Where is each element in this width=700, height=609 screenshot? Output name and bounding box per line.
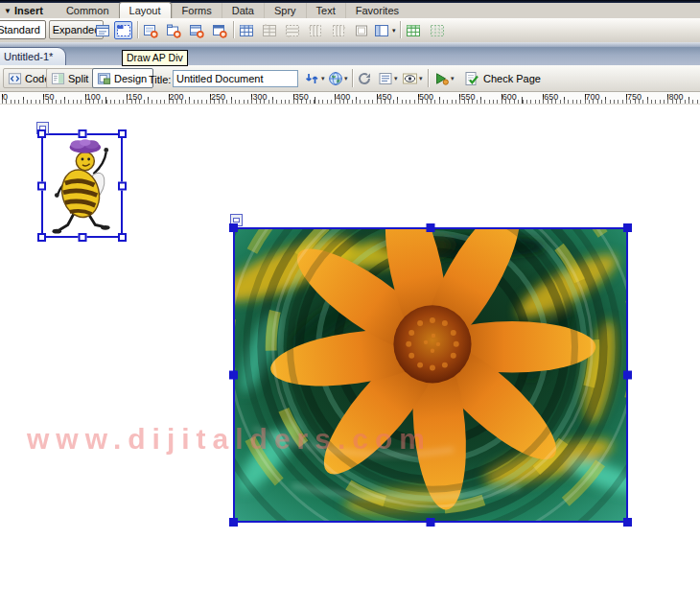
tab-text[interactable]: Text: [306, 3, 345, 18]
split-button-label: Split: [68, 73, 88, 84]
ruler-label: 800: [668, 92, 683, 102]
frames-dropdown-arrow-icon[interactable]: ▾: [392, 27, 396, 35]
ruler-label: 550: [460, 92, 475, 102]
insert-row-above-icon[interactable]: [260, 21, 278, 39]
ruler-label: 250: [211, 92, 225, 102]
visual-aids-dropdown-icon[interactable]: ▾: [419, 75, 423, 82]
flower-ap-div[interactable]: [233, 227, 628, 523]
tab-favorites[interactable]: Favorites: [345, 3, 408, 18]
tab-forms[interactable]: Forms: [172, 3, 222, 18]
resize-handle-middle-left[interactable]: [37, 181, 46, 190]
bee-image[interactable]: [43, 135, 121, 236]
file-management-dropdown-icon[interactable]: ▾: [321, 75, 325, 82]
resize-handle-top-right[interactable]: [118, 129, 127, 138]
insert-row-below-icon[interactable]: [283, 21, 301, 39]
document-title-input[interactable]: [173, 70, 298, 87]
standard-mode-button[interactable]: Standard: [0, 20, 46, 39]
expanded-table-icon[interactable]: [428, 21, 446, 39]
table-icon[interactable]: [237, 21, 255, 39]
resize-handle-middle-right[interactable]: [623, 371, 632, 380]
split-view-button[interactable]: Split: [46, 68, 95, 88]
ap-div-anchor-glyph-icon: [233, 218, 240, 223]
resize-handle-bottom-left[interactable]: [229, 518, 238, 527]
ruler: 0501001502002503003504004505005506006507…: [0, 92, 700, 105]
insert-column-right-icon[interactable]: [329, 21, 347, 39]
tab-layout[interactable]: Layout: [119, 2, 172, 19]
insert-panel-header: ▼ Insert Common Layout Forms Data Spry T…: [0, 3, 700, 18]
iframe-icon[interactable]: [352, 21, 370, 39]
ruler-label: 500: [419, 92, 433, 102]
validate-dropdown-icon[interactable]: ▾: [451, 75, 455, 82]
draw-ap-div-tooltip: Draw AP Div: [122, 50, 188, 66]
document-tab-bar: Untitled-1*: [0, 47, 700, 65]
ruler-label: 700: [586, 92, 600, 102]
title-field-label: Title:: [149, 74, 171, 85]
insert-panel-title: Insert: [14, 5, 43, 16]
spry-accordion-icon[interactable]: [187, 21, 205, 39]
insert-column-left-icon[interactable]: [306, 21, 324, 39]
resize-handle-middle-left[interactable]: [229, 371, 238, 380]
ruler-label: 400: [336, 92, 350, 102]
panel-collapse-caret-icon[interactable]: ▼: [4, 7, 12, 15]
ruler-label: 350: [294, 92, 309, 102]
ruler-label: 600: [502, 92, 517, 102]
tab-spry[interactable]: Spry: [264, 3, 306, 18]
dreamweaver-window: ▼ Insert Common Layout Forms Data Spry T…: [0, 0, 700, 609]
resize-handle-bottom-right[interactable]: [623, 518, 632, 527]
frames-icon[interactable]: [372, 21, 390, 39]
resize-handle-bottom-left[interactable]: [37, 233, 46, 242]
spry-menu-bar-icon[interactable]: [141, 21, 159, 39]
preview-in-browser-icon[interactable]: ▾: [328, 70, 348, 87]
resize-handle-top-left[interactable]: [229, 223, 238, 232]
ruler-label: 200: [170, 92, 184, 102]
insert-tabs: Common Layout Forms Data Spry Text Favor…: [57, 3, 408, 18]
ruler-label: 50: [44, 92, 54, 102]
view-options-dropdown-icon[interactable]: ▾: [394, 75, 398, 82]
design-button-label: Design: [114, 73, 147, 84]
ruler-label: 650: [544, 92, 558, 102]
preview-dropdown-icon[interactable]: ▾: [344, 75, 348, 82]
check-page-label: Check Page: [483, 73, 541, 84]
document-toolbar: Code Split Design Title: ▾ ▾ ▾: [0, 65, 700, 92]
toolbar-separator: [233, 21, 234, 38]
resize-handle-middle-right[interactable]: [118, 181, 127, 190]
check-page-icon: [464, 71, 479, 86]
refresh-icon[interactable]: [357, 70, 373, 87]
resize-handle-top-middle[interactable]: [78, 129, 86, 138]
resize-handle-top-left[interactable]: [37, 129, 46, 138]
tab-data[interactable]: Data: [222, 3, 264, 18]
toolbar-separator: [400, 21, 401, 38]
spry-tabbed-panels-icon[interactable]: [164, 21, 182, 39]
spry-collapsible-panel-icon[interactable]: [210, 21, 228, 39]
toolbar-separator: [428, 69, 429, 87]
insert-div-tag-icon[interactable]: [93, 21, 111, 39]
view-options-icon[interactable]: ▾: [378, 70, 398, 87]
ruler-label: 150: [128, 92, 142, 102]
visual-aids-icon[interactable]: ▾: [402, 70, 423, 87]
resize-handle-top-right[interactable]: [623, 223, 632, 232]
design-icon: [97, 72, 111, 85]
ruler-label: 0: [3, 92, 8, 102]
code-icon: [8, 72, 22, 85]
resize-handle-bottom-middle[interactable]: [78, 233, 86, 242]
flower-image[interactable]: [235, 229, 626, 521]
bee-ap-div[interactable]: [41, 133, 123, 238]
design-view-button[interactable]: Design: [92, 68, 153, 88]
resize-handle-bottom-middle[interactable]: [427, 518, 435, 527]
design-view-canvas[interactable]: www.dijitalders.com: [0, 105, 700, 609]
tab-common[interactable]: Common: [57, 3, 119, 18]
document-tab-untitled-1[interactable]: Untitled-1*: [0, 47, 66, 65]
ruler-label: 300: [252, 92, 267, 102]
import-tabular-data-icon[interactable]: [404, 21, 422, 39]
file-management-icon[interactable]: ▾: [304, 70, 325, 87]
split-icon: [51, 72, 65, 85]
draw-ap-div-icon[interactable]: [114, 21, 132, 39]
resize-handle-top-middle[interactable]: [427, 223, 435, 232]
layout-insert-toolbar: Standard Expanded: [0, 18, 700, 42]
validate-markup-icon[interactable]: ▾: [433, 70, 455, 87]
ruler-label: 100: [86, 92, 101, 102]
resize-handle-bottom-right[interactable]: [118, 233, 127, 242]
ruler-label: 450: [378, 92, 392, 102]
ruler-label: 750: [627, 92, 642, 102]
check-page-button[interactable]: Check Page: [457, 68, 548, 88]
